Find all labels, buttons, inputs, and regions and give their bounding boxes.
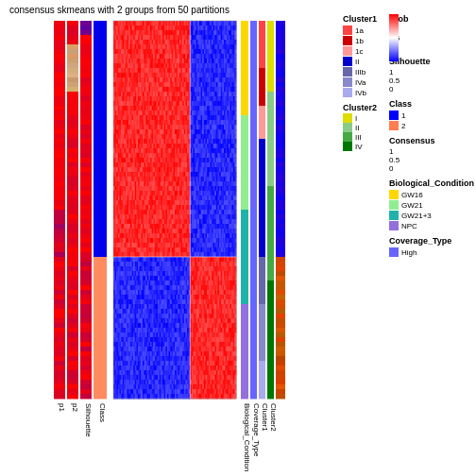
covtype-label-high: High	[401, 248, 416, 257]
class-color-2	[389, 121, 399, 130]
cluster1-item-1b: 1b	[343, 36, 377, 45]
biocond-label-gw16: GW16	[401, 191, 423, 199]
cluster1-color-IVb	[343, 88, 352, 97]
biocond-color-gw21	[389, 200, 399, 210]
cluster1-color-II	[343, 57, 352, 66]
cluster2-item-II: II	[343, 123, 377, 132]
cluster1-color-1a	[343, 26, 352, 35]
cluster1-label-IVa: IVa	[355, 78, 366, 87]
cluster2-item-I: I	[343, 113, 377, 123]
sil-labels: 1 0.5 0	[389, 68, 400, 94]
cluster2-item-IV: IV	[343, 142, 377, 151]
cluster2-label-I: I	[355, 114, 357, 123]
prob-legend: Prob 1 0.5 0	[389, 14, 474, 51]
cluster2-color-II	[343, 123, 352, 132]
cluster1-color-IVa	[343, 77, 352, 87]
cluster1-label-1c: 1c	[355, 47, 363, 56]
covtype-item-high: High	[389, 247, 474, 257]
cluster1-label-IVb: IVb	[355, 89, 366, 97]
cluster1-legend-title: Cluster1	[343, 14, 377, 24]
consensus-legend-title: Consensus	[389, 136, 474, 145]
biocond-item-gw21: GW21	[389, 200, 474, 210]
cluster2-label-IV: IV	[355, 143, 363, 151]
cluster2-label-II: II	[355, 124, 359, 132]
biocond-label-gw21: GW21	[401, 201, 423, 210]
silhouette-legend: Silhouette 1 0.5 0	[389, 57, 474, 94]
class-label-2: 2	[401, 122, 405, 130]
cluster1-item-IVa: IVa	[343, 77, 377, 87]
cluster2-color-IV	[343, 142, 352, 151]
silhouette-legend-title: Silhouette	[389, 57, 474, 66]
class-label-1: 1	[401, 111, 405, 120]
cons-min: 0	[389, 164, 400, 173]
cluster1-item-IIIb: IIIb	[343, 67, 377, 76]
cluster1-color-IIIb	[343, 67, 352, 76]
cons-gradient-bar	[389, 14, 399, 61]
main-container: Prob 1 0.5 0 Silhouette 1 0.5 0	[0, 0, 476, 476]
cluster1-color-1b	[343, 36, 352, 45]
legend-container: Prob 1 0.5 0 Silhouette 1 0.5 0	[389, 14, 474, 257]
prob-legend-title: Prob	[389, 14, 474, 24]
cluster1-item-1a: 1a	[343, 26, 377, 35]
biocond-label-gw21p3: GW21+3	[401, 212, 432, 220]
cluster2-label-III: III	[355, 133, 362, 142]
covtype-legend: Coverage_Type High	[389, 236, 474, 257]
biocond-label-npc: NPC	[401, 222, 417, 230]
biocond-legend-title: Biological_Condition	[389, 178, 474, 188]
cons-labels: 1 0.5 0	[389, 147, 400, 173]
class-item-1: 1	[389, 110, 474, 120]
cluster1-color-1c	[343, 46, 352, 56]
biocond-legend: Biological_Condition GW16 GW21 GW21+3 NP…	[389, 178, 474, 230]
cluster2-legend: Cluster2 I II III IV	[343, 103, 377, 151]
sil-min: 0	[389, 85, 400, 94]
cluster1-item-1c: 1c	[343, 46, 377, 56]
biocond-color-gw16	[389, 190, 399, 199]
cluster1-label-II: II	[355, 58, 359, 66]
consensus-legend: Consensus 1 0.5 0	[389, 136, 474, 173]
sil-mid: 0.5	[389, 76, 400, 85]
chart-title: consensus skmeans with 2 groups from 50 …	[9, 5, 230, 15]
biocond-item-gw16: GW16	[389, 190, 474, 199]
cluster1-label-IIIb: IIIb	[355, 68, 366, 76]
class-legend-title: Class	[389, 99, 474, 109]
cluster1-label-1b: 1b	[355, 37, 364, 45]
cluster2-legend-title: Cluster2	[343, 103, 377, 112]
cons-mid: 0.5	[389, 156, 400, 164]
cluster2-color-I	[343, 113, 352, 123]
biocond-color-gw21p3	[389, 211, 399, 220]
biocond-item-npc: NPC	[389, 221, 474, 230]
cluster1-item-II: II	[343, 57, 377, 66]
class-color-1	[389, 110, 399, 120]
cluster2-color-III	[343, 132, 352, 142]
covtype-legend-title: Coverage_Type	[389, 236, 474, 246]
biocond-color-npc	[389, 221, 399, 230]
cluster2-item-III: III	[343, 132, 377, 142]
covtype-color-high	[389, 247, 399, 257]
cluster1-legend: Cluster1 1a 1b 1c II IIIb IVa IVb	[343, 14, 377, 151]
class-item-2: 2	[389, 121, 474, 130]
class-legend: Class 1 2	[389, 99, 474, 130]
cluster1-item-IVb: IVb	[343, 88, 377, 97]
cons-max: 1	[389, 147, 400, 156]
cluster1-label-1a: 1a	[355, 26, 364, 35]
sil-max: 1	[389, 68, 400, 76]
biocond-item-gw21p3: GW21+3	[389, 211, 474, 220]
